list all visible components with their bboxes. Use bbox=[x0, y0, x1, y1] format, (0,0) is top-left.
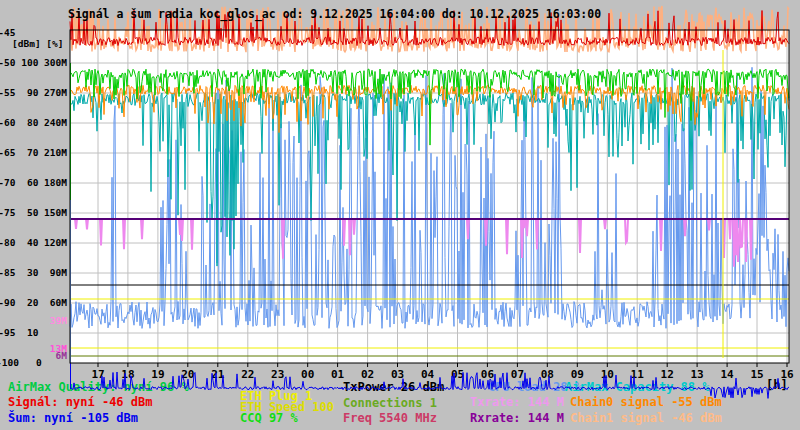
noise-series bbox=[70, 372, 789, 398]
chart-title: Signál a šum radia koc_glos_ac od: 9.12.… bbox=[68, 9, 601, 21]
signal-noise-chart bbox=[0, 0, 800, 430]
y-axis-unit-label: [dBm] [%] bbox=[12, 39, 63, 49]
mrtg-graph-page: Signál a šum radia koc_glos_ac od: 9.12.… bbox=[0, 0, 800, 430]
